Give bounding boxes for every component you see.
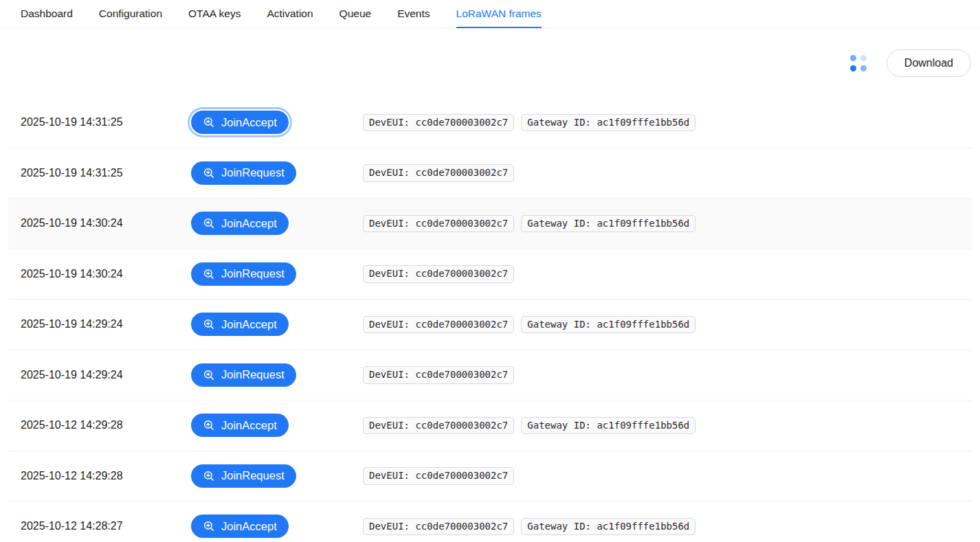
frame-tag: Gateway ID: ac1f09fffe1bb56d [521, 114, 695, 132]
frame-tag: DevEUI: cc0de700003002c7 [363, 518, 514, 536]
frame-timestamp: 2025-10-19 14:31:25 [21, 116, 191, 128]
zoom-in-icon [203, 470, 215, 482]
frames-list: 2025-10-19 14:31:25 JoinAccept DevEUI: c… [8, 98, 972, 542]
frame-tags: DevEUI: cc0de700003002c7Gateway ID: ac1f… [363, 215, 695, 233]
frame-type-cell: JoinRequest [191, 464, 363, 488]
frame-tag: Gateway ID: ac1f09fffe1bb56d [521, 215, 695, 233]
frame-type-label: JoinRequest [221, 469, 285, 482]
zoom-in-icon [203, 419, 215, 431]
spinner-dot [860, 55, 867, 61]
frame-type-button[interactable]: JoinAccept [191, 515, 289, 538]
spinner-dot [850, 65, 856, 71]
frame-type-cell: JoinRequest [191, 262, 363, 286]
frame-type-cell: JoinRequest [191, 161, 363, 185]
frame-row: 2025-10-19 14:30:24 JoinAccept DevEUI: c… [8, 199, 972, 249]
frame-tags: DevEUI: cc0de700003002c7Gateway ID: ac1f… [363, 114, 695, 132]
frames-toolbar: Download [0, 28, 980, 98]
tab-lorawan-frames[interactable]: LoRaWAN frames [456, 0, 542, 27]
tab-otaa-keys[interactable]: OTAA keys [188, 0, 241, 27]
frame-type-cell: JoinAccept [191, 414, 363, 437]
frame-type-label: JoinRequest [221, 267, 285, 280]
zoom-in-icon [203, 318, 215, 330]
frame-tags: DevEUI: cc0de700003002c7Gateway ID: ac1f… [363, 316, 695, 334]
frame-type-button[interactable]: JoinAccept [191, 111, 289, 134]
tab-bar: DashboardConfigurationOTAA keysActivatio… [0, 0, 980, 28]
frame-type-cell: JoinAccept [191, 111, 363, 134]
frame-type-button[interactable]: JoinRequest [191, 464, 296, 488]
frame-type-cell: JoinAccept [191, 313, 363, 336]
frame-type-button[interactable]: JoinRequest [191, 363, 296, 387]
zoom-in-icon [203, 167, 215, 179]
frame-type-cell: JoinAccept [191, 212, 363, 235]
frame-tags: DevEUI: cc0de700003002c7 [363, 265, 514, 283]
frame-type-label: JoinRequest [221, 166, 285, 179]
frame-tag: DevEUI: cc0de700003002c7 [363, 265, 514, 283]
frame-tag: DevEUI: cc0de700003002c7 [363, 215, 514, 233]
frame-type-button[interactable]: JoinRequest [191, 262, 296, 286]
frame-type-label: JoinRequest [221, 368, 285, 381]
frame-row: 2025-10-19 14:31:25 JoinAccept DevEUI: c… [8, 98, 972, 148]
spinner-dot [860, 65, 867, 71]
tab-dashboard[interactable]: Dashboard [21, 0, 73, 27]
frame-type-button[interactable]: JoinAccept [191, 212, 289, 235]
spinner-dot [850, 55, 856, 61]
frame-tags: DevEUI: cc0de700003002c7 [363, 366, 514, 384]
frame-timestamp: 2025-10-19 14:30:24 [21, 217, 191, 229]
zoom-in-icon [203, 520, 215, 532]
frame-row: 2025-10-19 14:29:24 JoinRequest DevEUI: … [8, 350, 972, 401]
zoom-in-icon [203, 268, 215, 280]
frame-row: 2025-10-19 14:30:24 JoinRequest DevEUI: … [8, 249, 972, 300]
frame-tag: Gateway ID: ac1f09fffe1bb56d [521, 417, 695, 435]
frame-tag: DevEUI: cc0de700003002c7 [363, 114, 514, 132]
frame-timestamp: 2025-10-12 14:29:28 [21, 419, 191, 431]
frame-row: 2025-10-19 14:31:25 JoinRequest DevEUI: … [8, 148, 972, 199]
zoom-in-icon [203, 369, 215, 381]
frame-type-button[interactable]: JoinAccept [191, 414, 289, 437]
frame-tag: DevEUI: cc0de700003002c7 [363, 366, 514, 384]
loading-spinner-icon [850, 55, 867, 71]
tab-activation[interactable]: Activation [267, 0, 313, 27]
frame-row: 2025-10-19 14:29:24 JoinAccept DevEUI: c… [8, 300, 972, 350]
tab-queue[interactable]: Queue [339, 0, 372, 27]
frame-tags: DevEUI: cc0de700003002c7Gateway ID: ac1f… [363, 417, 695, 435]
frame-type-label: JoinAccept [221, 318, 277, 331]
frame-type-label: JoinAccept [221, 217, 277, 230]
zoom-in-icon [203, 217, 215, 229]
frame-tag: Gateway ID: ac1f09fffe1bb56d [521, 316, 695, 334]
frame-tags: DevEUI: cc0de700003002c7 [363, 467, 514, 485]
frame-type-cell: JoinRequest [191, 363, 363, 387]
frame-type-button[interactable]: JoinRequest [191, 161, 296, 185]
frame-tag: DevEUI: cc0de700003002c7 [363, 164, 514, 182]
frame-type-button[interactable]: JoinAccept [191, 313, 289, 336]
frame-timestamp: 2025-10-19 14:31:25 [21, 167, 191, 179]
frame-tag: Gateway ID: ac1f09fffe1bb56d [521, 518, 695, 536]
frame-tag: DevEUI: cc0de700003002c7 [363, 316, 514, 334]
frame-timestamp: 2025-10-19 14:29:24 [21, 318, 191, 330]
zoom-in-icon [203, 116, 215, 128]
frame-row: 2025-10-12 14:29:28 JoinRequest DevEUI: … [8, 451, 972, 502]
frame-type-cell: JoinAccept [191, 515, 363, 538]
frame-tag: DevEUI: cc0de700003002c7 [363, 417, 514, 435]
frame-type-label: JoinAccept [221, 419, 277, 432]
frame-type-label: JoinAccept [221, 520, 277, 533]
tab-events[interactable]: Events [397, 0, 430, 27]
frame-timestamp: 2025-10-12 14:28:27 [21, 520, 191, 532]
download-button[interactable]: Download [887, 49, 971, 77]
frame-timestamp: 2025-10-19 14:30:24 [21, 268, 191, 280]
frame-timestamp: 2025-10-19 14:29:24 [21, 369, 191, 381]
frame-tags: DevEUI: cc0de700003002c7Gateway ID: ac1f… [363, 518, 695, 536]
frame-tags: DevEUI: cc0de700003002c7 [363, 164, 514, 182]
frame-timestamp: 2025-10-12 14:29:28 [21, 470, 191, 482]
frame-row: 2025-10-12 14:28:27 JoinAccept DevEUI: c… [8, 501, 972, 542]
frame-row: 2025-10-12 14:29:28 JoinAccept DevEUI: c… [8, 400, 972, 451]
tab-configuration[interactable]: Configuration [99, 0, 162, 27]
frame-type-label: JoinAccept [221, 116, 277, 129]
frame-tag: DevEUI: cc0de700003002c7 [363, 467, 514, 485]
